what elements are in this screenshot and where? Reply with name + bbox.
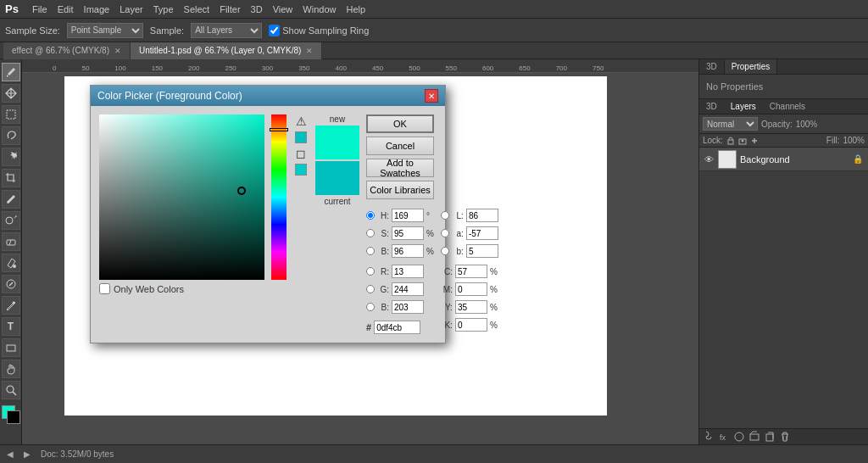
layer-visibility-eye[interactable]: 👁 xyxy=(703,153,715,165)
web-safe-icon[interactable]: ◻ xyxy=(294,147,308,160)
color-gradient-box[interactable] xyxy=(99,114,264,280)
dialog-close-button[interactable]: ✕ xyxy=(425,89,438,103)
tool-text[interactable]: T xyxy=(2,317,20,336)
brightness-input[interactable] xyxy=(392,244,424,258)
hue-radio[interactable] xyxy=(366,211,375,220)
tool-lasso[interactable] xyxy=(2,126,20,145)
nav-next[interactable]: ▶ xyxy=(24,449,31,459)
tool-marquee[interactable] xyxy=(2,105,20,124)
gamut-color-swatch[interactable] xyxy=(295,131,307,143)
svg-rect-15 xyxy=(750,434,759,440)
layers-tab-channels[interactable]: Channels xyxy=(763,99,812,114)
layers-tab-layers[interactable]: Layers xyxy=(724,99,763,114)
tool-zoom[interactable] xyxy=(2,381,20,399)
menu-filter[interactable]: Filter xyxy=(220,4,240,14)
red-input[interactable] xyxy=(392,265,424,278)
c-input[interactable] xyxy=(455,265,487,278)
hue-slider[interactable] xyxy=(271,114,287,280)
menu-edit[interactable]: Edit xyxy=(58,4,74,14)
canvas-area[interactable]: 0 50 100 150 200 250 300 350 400 450 500… xyxy=(22,59,698,444)
menu-3d[interactable]: 3D xyxy=(251,4,263,14)
action-buttons: OK Cancel Add to Swatches Color Librarie… xyxy=(366,114,498,199)
layer-row[interactable]: 👁 Background 🔒 xyxy=(699,148,868,171)
delete-layer-icon[interactable] xyxy=(779,431,791,443)
saturation-radio[interactable] xyxy=(366,229,375,237)
foreground-background-colors[interactable] xyxy=(2,405,20,424)
b3-radio[interactable] xyxy=(441,247,449,255)
sample-size-select[interactable]: Point Sample 3 by 3 Average 5 by 5 Avera… xyxy=(67,23,143,38)
rpanel-tab-3d[interactable]: 3D xyxy=(699,59,725,74)
blue-input[interactable] xyxy=(392,300,424,314)
k-input[interactable] xyxy=(455,318,487,332)
tool-eyedropper[interactable] xyxy=(2,63,20,81)
layer-link-icon[interactable] xyxy=(703,431,715,443)
tool-brush[interactable] xyxy=(2,190,20,209)
menu-layer[interactable]: Layer xyxy=(120,4,143,14)
menu-type[interactable]: Type xyxy=(153,4,174,14)
tool-clone[interactable] xyxy=(2,211,20,230)
menu-help[interactable]: Help xyxy=(346,4,365,14)
svg-point-12 xyxy=(741,139,743,142)
red-radio[interactable] xyxy=(366,267,375,276)
tab-close-effect[interactable]: ✕ xyxy=(114,47,121,55)
l-radio[interactable] xyxy=(441,211,449,220)
lock-all-icon[interactable] xyxy=(750,137,759,145)
tool-shape[interactable] xyxy=(2,338,20,357)
background-color[interactable] xyxy=(7,410,20,424)
y-input[interactable] xyxy=(455,300,487,314)
tool-dodge[interactable] xyxy=(2,275,20,293)
tool-hand[interactable] xyxy=(2,360,20,378)
gamut-warning-icon[interactable]: ⚠ xyxy=(294,114,308,128)
a-radio[interactable] xyxy=(441,229,449,237)
brightness-radio[interactable] xyxy=(366,247,375,255)
add-to-swatches-button[interactable]: Add to Swatches xyxy=(366,159,434,177)
a-input[interactable] xyxy=(466,226,498,240)
tool-magic-wand[interactable] xyxy=(2,148,20,166)
hue-input[interactable] xyxy=(392,209,424,222)
lock-image-icon[interactable] xyxy=(738,137,747,145)
tab-untitled[interactable]: Untitled-1.psd @ 66.7% (Layer 0, CMYK/8)… xyxy=(131,42,322,59)
menu-file[interactable]: File xyxy=(32,4,47,14)
tab-effect[interactable]: effect @ 66.7% (CMYK/8) ✕ xyxy=(3,42,131,59)
blend-mode-select[interactable]: Normal Multiply Screen xyxy=(703,117,758,131)
green-input[interactable] xyxy=(392,282,424,296)
tool-move[interactable] xyxy=(2,84,20,103)
ok-button[interactable]: OK xyxy=(366,114,434,133)
l-input[interactable] xyxy=(466,209,498,222)
web-safe-swatch[interactable] xyxy=(295,164,307,176)
rpanel-tab-properties[interactable]: Properties xyxy=(725,59,778,74)
tool-pen[interactable] xyxy=(2,296,20,315)
tab-close-untitled[interactable]: ✕ xyxy=(306,47,313,55)
sample-label: Sample: xyxy=(150,25,184,36)
new-layer-icon[interactable] xyxy=(764,431,776,443)
menu-image[interactable]: Image xyxy=(84,4,110,14)
k-label: K: xyxy=(441,321,453,330)
layers-tab-3d[interactable]: 3D xyxy=(699,99,724,114)
tool-paint-bucket[interactable] xyxy=(2,254,20,272)
green-radio[interactable] xyxy=(366,285,375,293)
menu-view[interactable]: View xyxy=(273,4,293,14)
cancel-button[interactable]: Cancel xyxy=(366,137,434,155)
lock-position-icon[interactable] xyxy=(726,137,735,145)
sampling-ring-checkbox[interactable] xyxy=(269,23,280,38)
b3-input[interactable] xyxy=(466,244,498,258)
only-web-colors-row[interactable]: Only Web Colors xyxy=(99,283,264,294)
brightness-field-row: B: % xyxy=(366,243,434,259)
m-input[interactable] xyxy=(455,282,487,296)
new-group-icon[interactable] xyxy=(748,431,760,443)
sample-select[interactable]: All Layers Current Layer xyxy=(191,23,262,38)
tool-crop[interactable] xyxy=(2,169,20,187)
hex-input[interactable] xyxy=(374,321,420,334)
layer-fx-icon[interactable]: fx xyxy=(718,431,730,443)
saturation-field-row: S: % xyxy=(366,226,434,241)
nav-prev[interactable]: ◀ xyxy=(7,449,14,459)
tool-eraser[interactable] xyxy=(2,232,20,251)
menu-window[interactable]: Window xyxy=(303,4,336,14)
color-libraries-button[interactable]: Color Libraries xyxy=(366,181,434,199)
layer-mask-icon[interactable] xyxy=(733,431,745,443)
saturation-input[interactable] xyxy=(392,226,424,240)
sampling-ring-label[interactable]: Show Sampling Ring xyxy=(269,23,369,38)
only-web-colors-checkbox[interactable] xyxy=(99,283,110,294)
menu-select[interactable]: Select xyxy=(184,4,210,14)
blue-radio[interactable] xyxy=(366,303,375,311)
